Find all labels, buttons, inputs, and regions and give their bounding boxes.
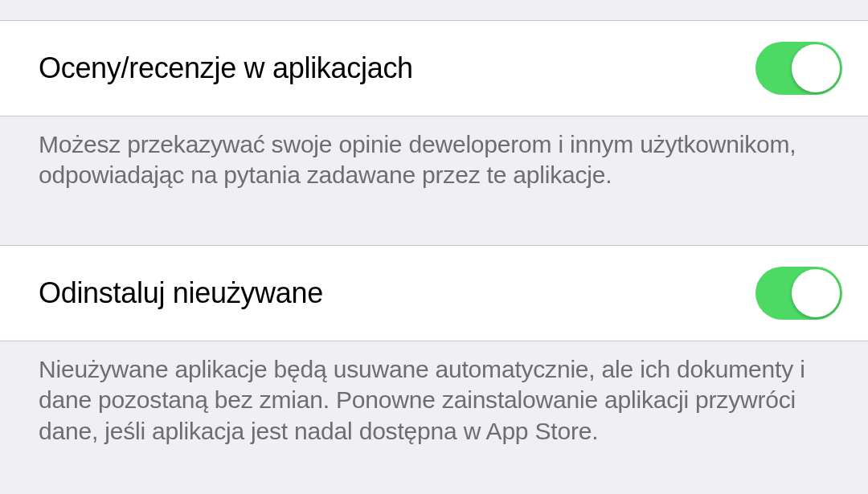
top-spacer <box>0 0 868 21</box>
toggle-offload-unused[interactable] <box>755 267 842 320</box>
setting-label: Odinstaluj nieużywane <box>39 276 323 310</box>
setting-footer-offload-unused: Nieużywane aplikacje będą usuwane automa… <box>0 341 868 461</box>
toggle-ratings-reviews[interactable] <box>755 42 842 95</box>
setting-footer-ratings-reviews: Możesz przekazywać swoje opinie dewelope… <box>0 116 868 206</box>
section-gap <box>0 206 868 246</box>
toggle-knob <box>792 269 840 317</box>
setting-row-ratings-reviews: Oceny/recenzje w aplikacjach <box>0 21 868 116</box>
toggle-knob <box>792 44 840 92</box>
setting-label: Oceny/recenzje w aplikacjach <box>39 51 413 85</box>
setting-row-offload-unused: Odinstaluj nieużywane <box>0 246 868 341</box>
